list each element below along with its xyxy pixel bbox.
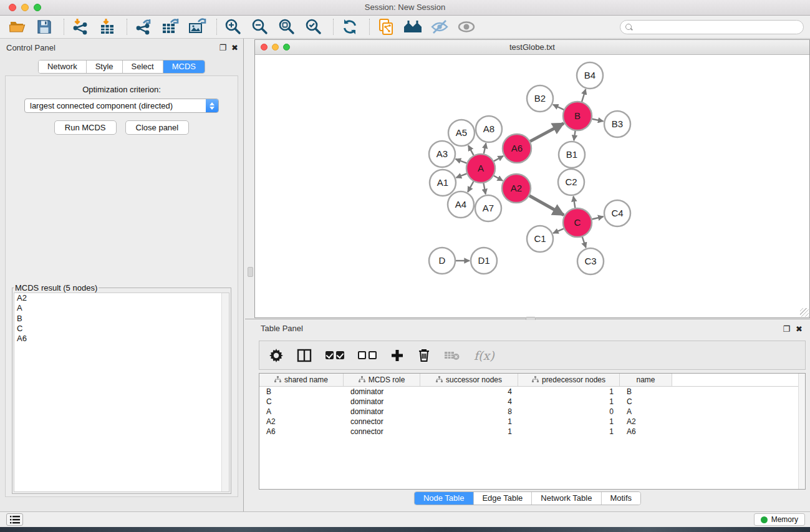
table-row[interactable]: Bdominator41B	[259, 387, 805, 397]
table-tab-node-table[interactable]: Node Table	[415, 492, 474, 505]
task-history-button[interactable]	[6, 513, 23, 526]
network-maximize-icon[interactable]	[283, 44, 290, 51]
edge-A-A3[interactable]	[456, 159, 467, 163]
edge-A-A8[interactable]	[484, 143, 486, 154]
criterion-select[interactable]: largest connected component (directed)	[24, 99, 219, 113]
mcds-result-list[interactable]: A2ABCA6	[14, 293, 229, 492]
mcds-result-item[interactable]: A6	[14, 334, 229, 344]
table-tab-edge-table[interactable]: Edge Table	[473, 492, 532, 505]
import-network-icon[interactable]	[70, 17, 90, 36]
node-D[interactable]: D	[429, 248, 455, 274]
edge-A-A7[interactable]	[483, 183, 485, 195]
delete-column-icon[interactable]	[418, 349, 430, 362]
node-B4[interactable]: B4	[577, 62, 603, 89]
column-header-shared-name[interactable]: shared name	[259, 374, 344, 386]
refresh-icon[interactable]	[340, 17, 360, 36]
memory-button[interactable]: Memory	[754, 513, 805, 526]
close-table-panel-icon[interactable]: ✖	[796, 320, 803, 339]
node-B2[interactable]: B2	[527, 85, 553, 112]
node-B3[interactable]: B3	[604, 111, 630, 137]
close-panel-icon[interactable]: ✖	[231, 39, 238, 57]
node-A3[interactable]: A3	[429, 141, 455, 167]
node-A1[interactable]: A1	[430, 170, 456, 196]
edge-A-A4[interactable]	[468, 181, 473, 192]
table-settings-icon[interactable]	[269, 349, 283, 362]
export-table-icon[interactable]	[160, 17, 180, 36]
delete-table-icon[interactable]	[444, 350, 460, 361]
mcds-result-item[interactable]: A2	[14, 293, 229, 303]
node-A8[interactable]: A8	[476, 116, 502, 142]
zoom-in-icon[interactable]	[223, 17, 243, 36]
table-tab-network-table[interactable]: Network Table	[532, 492, 601, 505]
column-header-predecessor-nodes[interactable]: predecessor nodes	[518, 374, 620, 386]
zoom-selected-icon[interactable]	[304, 17, 324, 36]
tab-style[interactable]: Style	[87, 60, 123, 73]
table-scrollbar-track[interactable]	[798, 374, 805, 489]
search-box[interactable]	[620, 20, 804, 34]
show-details-icon[interactable]	[456, 17, 476, 36]
minimize-window-icon[interactable]	[21, 4, 29, 11]
edge-C-C2[interactable]	[573, 196, 575, 208]
network-close-icon[interactable]	[261, 44, 268, 51]
edge-C-C4[interactable]	[592, 216, 603, 219]
network-canvas[interactable]: B4B2BB3A8A5A6A3B1AA1C2A2A4A7C4CC1C3DD1	[255, 56, 809, 317]
node-A6[interactable]: A6	[503, 134, 531, 163]
node-C2[interactable]: C2	[558, 169, 584, 195]
edge-C-C1[interactable]	[553, 229, 564, 233]
node-A2[interactable]: A2	[502, 174, 531, 203]
tab-select[interactable]: Select	[123, 60, 163, 73]
column-header-name[interactable]: name	[620, 374, 672, 386]
close-panel-button[interactable]: Close panel	[125, 120, 190, 135]
float-panel-icon[interactable]: ❐	[219, 39, 226, 57]
node-B1[interactable]: B1	[559, 142, 585, 168]
add-column-icon[interactable]	[390, 349, 404, 362]
mcds-result-item[interactable]: B	[14, 314, 229, 324]
zoom-fit-icon[interactable]	[277, 17, 297, 36]
function-builder-icon[interactable]: f(x)	[474, 349, 494, 362]
table-tab-motifs[interactable]: Motifs	[601, 492, 640, 505]
hide-details-icon[interactable]	[430, 17, 450, 36]
table-row[interactable]: Cdominator41C	[259, 397, 805, 407]
node-C4[interactable]: C4	[604, 200, 630, 226]
edge-A-A5[interactable]	[468, 145, 474, 155]
mcds-result-item[interactable]: C	[14, 324, 229, 334]
select-all-icon[interactable]	[325, 351, 344, 359]
column-header-mcds-role[interactable]: MCDS role	[344, 374, 420, 386]
edge-A-A2[interactable]	[494, 176, 503, 181]
column-selector-icon[interactable]	[297, 349, 312, 362]
import-table-icon[interactable]	[97, 17, 117, 36]
save-session-icon[interactable]	[34, 17, 54, 36]
tab-network[interactable]: Network	[39, 60, 87, 73]
edge-B-B1[interactable]	[574, 131, 575, 140]
resize-grip-icon[interactable]	[800, 308, 809, 317]
node-B[interactable]: B	[563, 102, 592, 130]
float-table-panel-icon[interactable]: ❐	[783, 320, 790, 339]
export-network-icon[interactable]	[133, 17, 153, 36]
scrollbar-track[interactable]	[221, 293, 229, 491]
tab-mcds[interactable]: MCDS	[163, 60, 205, 73]
first-neighbors-icon[interactable]	[403, 17, 423, 36]
export-image-icon[interactable]	[187, 17, 207, 36]
edge-A6-B[interactable]	[530, 123, 564, 142]
search-input[interactable]	[635, 21, 803, 33]
zoom-out-icon[interactable]	[250, 17, 270, 36]
table-row[interactable]: A6connector11A6	[259, 427, 805, 437]
network-minimize-icon[interactable]	[272, 44, 279, 51]
node-C1[interactable]: C1	[527, 226, 553, 252]
mcds-result-item[interactable]: A	[14, 303, 229, 313]
node-C3[interactable]: C3	[577, 248, 604, 274]
open-file-icon[interactable]	[7, 17, 27, 36]
table-row[interactable]: A2connector11A2	[259, 417, 805, 427]
node-A[interactable]: A	[466, 154, 495, 183]
table-row[interactable]: Adominator80A	[259, 407, 805, 417]
edge-A-A6[interactable]	[494, 156, 503, 161]
maximize-window-icon[interactable]	[34, 4, 41, 11]
node-A5[interactable]: A5	[448, 120, 475, 146]
edge-B-B3[interactable]	[592, 119, 604, 122]
run-mcds-button[interactable]: Run MCDS	[54, 120, 117, 135]
edge-A2-C[interactable]	[529, 196, 564, 215]
edge-C-C3[interactable]	[582, 237, 586, 248]
deselect-all-icon[interactable]	[358, 351, 377, 359]
new-network-from-selection-icon[interactable]	[376, 17, 396, 36]
edge-B-B4[interactable]	[582, 89, 586, 102]
